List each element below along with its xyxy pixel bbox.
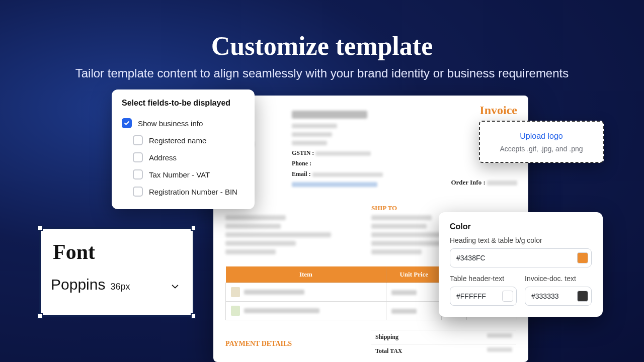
invoice-title: Invoice bbox=[479, 104, 517, 117]
col-item: Item bbox=[226, 266, 386, 283]
font-dropdown[interactable]: Poppins 36px bbox=[41, 264, 193, 293]
fields-popover-title: Select fields-to-be displayed bbox=[122, 99, 245, 108]
resize-handle[interactable] bbox=[37, 313, 43, 319]
resize-handle[interactable] bbox=[37, 225, 43, 231]
color-swatch[interactable] bbox=[577, 291, 588, 302]
upload-logo-link[interactable]: Upload logo bbox=[485, 132, 598, 141]
color-value: #FFFFFF bbox=[456, 292, 486, 300]
payment-details-heading: PAYMENT DETAILS bbox=[225, 340, 292, 348]
field-label: Address bbox=[149, 153, 177, 162]
field-address[interactable]: Address bbox=[122, 149, 245, 166]
color-swatch[interactable] bbox=[577, 252, 588, 263]
business-column: GSTIN : Phone : Email : bbox=[292, 111, 392, 187]
resize-handle[interactable] bbox=[191, 225, 196, 231]
upload-logo-dropzone[interactable]: Upload logo Accepts .gif, .jpg, and .png bbox=[479, 121, 604, 163]
page-subtitle: Tailor template content to align seamles… bbox=[0, 66, 644, 80]
fields-popover: Select fields-to-be displayed Show busin… bbox=[112, 89, 255, 209]
checkbox-icon[interactable] bbox=[133, 187, 143, 197]
bill-address bbox=[225, 215, 351, 258]
color-swatch[interactable] bbox=[502, 291, 513, 302]
font-card[interactable]: Font Poppins 36px bbox=[39, 227, 194, 317]
color-popover: Color Heading text & table b/g color #34… bbox=[439, 212, 603, 317]
checkbox-icon[interactable] bbox=[133, 135, 143, 145]
color-header-text-label: Table header-text bbox=[450, 275, 517, 283]
field-label: Show business info bbox=[138, 119, 203, 128]
checkbox-icon[interactable] bbox=[133, 152, 143, 162]
field-show-business-info[interactable]: Show business info bbox=[122, 115, 245, 132]
color-doc-text-input[interactable]: #333333 bbox=[525, 287, 592, 306]
ship-to-heading: SHIP TO bbox=[371, 204, 397, 212]
field-tax-number[interactable]: Tax Number - VAT bbox=[122, 166, 245, 183]
color-value: #3438FC bbox=[456, 254, 486, 262]
col-unit-price: Unit Price bbox=[386, 266, 442, 283]
color-primary-input[interactable]: #3438FC bbox=[450, 248, 592, 267]
font-size-value: 36px bbox=[110, 282, 130, 292]
page-title: Customize template bbox=[0, 31, 644, 61]
color-doc-text-label: Invoice-doc. text bbox=[525, 275, 592, 283]
color-popover-title: Color bbox=[450, 222, 592, 231]
field-label: Tax Number - VAT bbox=[149, 170, 210, 179]
checkbox-icon[interactable] bbox=[122, 118, 132, 128]
field-registration-number[interactable]: Registration Number - BIN bbox=[122, 183, 245, 200]
upload-hint: Accepts .gif, .jpg, and .png bbox=[485, 145, 598, 153]
totals-block: Shipping Total TAX bbox=[371, 330, 516, 358]
color-primary-label: Heading text & table b/g color bbox=[450, 236, 592, 244]
checkbox-icon[interactable] bbox=[133, 169, 143, 179]
field-label: Registration Number - BIN bbox=[149, 188, 237, 196]
field-registered-name[interactable]: Registered name bbox=[122, 132, 245, 149]
font-card-heading: Font bbox=[41, 229, 193, 264]
field-label: Registered name bbox=[149, 136, 206, 145]
chevron-down-icon bbox=[171, 282, 180, 293]
color-header-text-input[interactable]: #FFFFFF bbox=[450, 287, 517, 306]
font-family-value: Poppins bbox=[51, 276, 105, 293]
color-value: #333333 bbox=[531, 292, 559, 300]
resize-handle[interactable] bbox=[191, 313, 196, 319]
